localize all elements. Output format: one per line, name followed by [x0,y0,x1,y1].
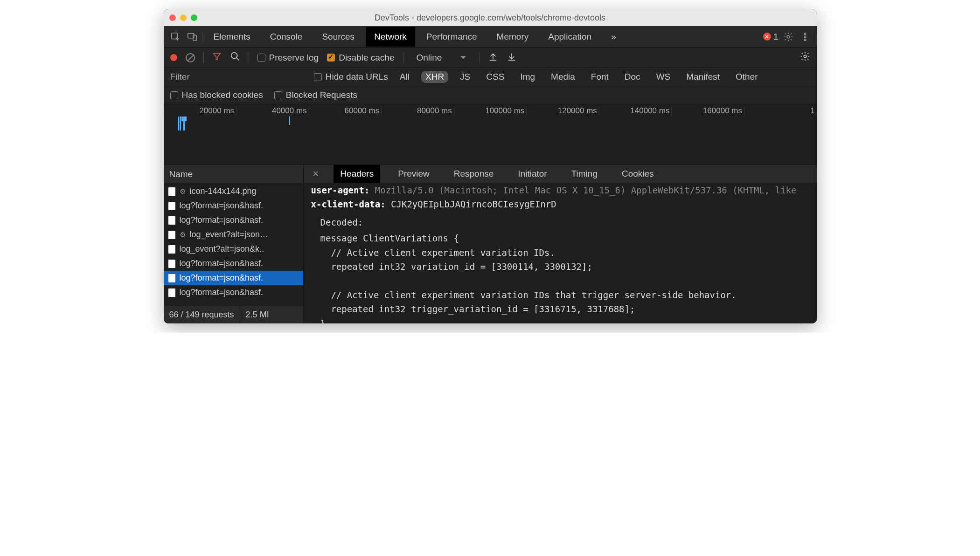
traffic-lights [169,14,197,21]
close-window-button[interactable] [169,14,176,21]
tab-timing[interactable]: Timing [565,165,604,183]
tab-network[interactable]: Network [366,27,415,47]
request-name: icon-144x144.png [190,186,257,196]
timeline-tick: 40000 ms [236,106,309,116]
error-count-number: 1 [773,32,778,42]
timeline-tick: 140000 ms [599,106,672,116]
tab-memory[interactable]: Memory [488,27,537,47]
tab-headers[interactable]: Headers [334,165,380,183]
user-agent-row: user-agent: Mozilla/5.0 (Macintosh; Inte… [311,183,809,197]
request-row[interactable]: log?format=json&hasf. [164,285,303,300]
filter-type-doc[interactable]: Doc [620,71,645,83]
settings-icon[interactable] [781,30,795,44]
record-button[interactable] [170,54,177,61]
tab-preview[interactable]: Preview [391,165,436,183]
download-har-icon[interactable] [507,51,517,64]
has-blocked-cookies-checkbox[interactable]: Has blocked cookies [170,90,263,100]
request-row[interactable]: log?format=json&hasf. [164,271,303,285]
filter-type-img[interactable]: Img [516,71,539,83]
device-toggle-icon[interactable] [185,30,199,44]
filter-type-media[interactable]: Media [547,71,579,83]
request-row[interactable]: log?format=json&hasf. [164,213,303,227]
filter-type-ws[interactable]: WS [652,71,675,83]
headers-body: user-agent: Mozilla/5.0 (Macintosh; Inte… [304,183,817,323]
request-list-panel: Name ⚙icon-144x144.pnglog?format=json&ha… [164,165,304,323]
more-menu-icon[interactable] [798,30,812,44]
clear-button[interactable] [186,53,195,62]
svg-point-8 [804,55,806,58]
detail-tabs: × Headers Preview Response Initiator Tim… [304,165,817,183]
preserve-log-checkbox[interactable]: Preserve log [257,53,319,63]
throttling-select[interactable]: Online [412,53,471,63]
x-client-data-row: x-client-data: CJK2yQEIpLbJAQirncoBCIesy… [311,197,809,211]
filter-type-font[interactable]: Font [587,71,613,83]
request-name: log_event?alt=json… [190,230,269,240]
timeline-tick: 120000 ms [526,106,599,116]
filter-type-js[interactable]: JS [456,71,474,83]
file-icon [168,187,175,196]
filter-type-all[interactable]: All [396,71,414,83]
error-count[interactable]: ✕ 1 [763,32,778,42]
tab-elements[interactable]: Elements [205,27,259,47]
error-icon: ✕ [763,33,771,41]
filter-type-other[interactable]: Other [731,71,762,83]
inspect-element-icon[interactable] [168,30,182,44]
request-summary: 66 / 149 requests 2.5 MI [164,306,303,323]
request-row[interactable]: ⚙icon-144x144.png [164,184,303,199]
hide-data-urls-checkbox[interactable]: Hide data URLs [314,72,388,82]
timeline-tick: 20000 ms [164,106,236,116]
network-toolbar: Preserve log Disable cache Online [164,48,817,68]
divider [202,31,202,42]
svg-point-5 [804,36,806,38]
tab-response[interactable]: Response [447,165,500,183]
transfer-size: 2.5 MI [240,306,275,323]
request-row[interactable]: log?format=json&hasf. [164,256,303,271]
filter-toggle-icon[interactable] [212,52,222,63]
tab-initiator[interactable]: Initiator [511,165,553,183]
request-name: log?format=json&hasf. [180,288,264,297]
name-column-header[interactable]: Name [164,165,303,184]
svg-point-6 [804,39,806,41]
search-icon[interactable] [230,51,240,64]
tab-performance[interactable]: Performance [418,27,486,47]
file-icon [168,260,175,268]
request-name: log?format=json&hasf. [180,215,264,225]
close-details-button[interactable]: × [309,168,323,180]
file-icon [168,288,175,297]
timeline-overview[interactable]: 20000 ms40000 ms60000 ms80000 ms100000 m… [164,104,817,165]
minimize-window-button[interactable] [180,14,187,21]
content-split: Name ⚙icon-144x144.pnglog?format=json&ha… [164,165,817,323]
svg-point-7 [231,53,237,59]
filter-type-css[interactable]: CSS [482,71,508,83]
request-name: log_event?alt=json&k.. [180,244,264,254]
disable-cache-checkbox[interactable]: Disable cache [327,53,394,63]
timeline-tick: 60000 ms [309,106,382,116]
filter-input[interactable]: Filter [170,72,190,82]
gear-icon: ⚙ [180,231,186,239]
timeline-tick: 160000 ms [671,106,744,116]
filter-type-manifest[interactable]: Manifest [682,71,724,83]
titlebar: DevTools - developers.google.com/web/too… [164,9,817,26]
chevron-down-icon [460,56,466,59]
upload-har-icon[interactable] [488,51,498,64]
file-icon [168,202,175,210]
filter-type-xhr[interactable]: XHR [421,71,448,83]
timeline-tick: 1 [744,106,817,116]
zoom-window-button[interactable] [191,14,197,21]
request-row[interactable]: log?format=json&hasf. [164,199,303,213]
network-settings-icon[interactable] [800,51,810,64]
tab-application[interactable]: Application [540,27,600,47]
tab-sources[interactable]: Sources [313,27,363,47]
tab-more[interactable]: » [603,27,625,47]
blocked-requests-checkbox[interactable]: Blocked Requests [274,90,357,100]
tab-console[interactable]: Console [262,27,311,47]
decoded-body: message ClientVariations { // Active cli… [320,231,809,323]
svg-point-4 [804,33,806,34]
tab-cookies[interactable]: Cookies [615,165,660,183]
file-icon [168,216,175,225]
request-row[interactable]: log_event?alt=json&k.. [164,242,303,256]
request-name: log?format=json&hasf. [180,259,264,268]
decoded-label: Decoded: [320,215,809,229]
filter-bar-2: Has blocked cookies Blocked Requests [164,86,817,104]
request-row[interactable]: ⚙log_event?alt=json… [164,227,303,242]
